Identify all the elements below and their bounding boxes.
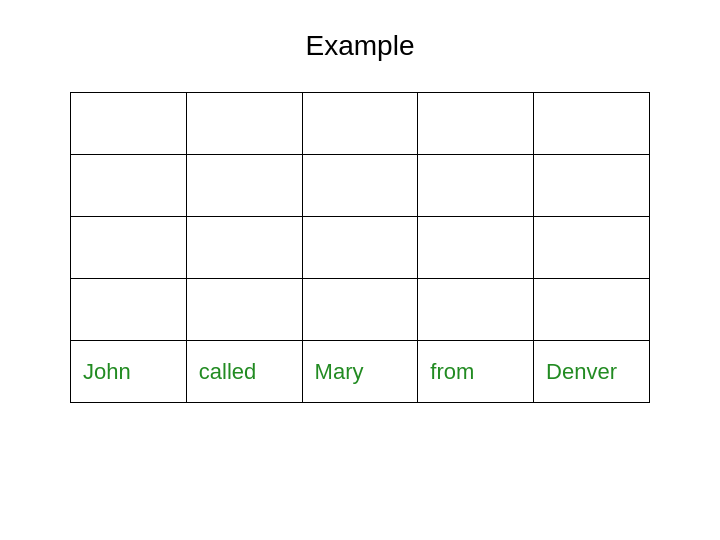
table-row — [71, 93, 650, 155]
cell-r4c1 — [71, 279, 187, 341]
cell-mary: Mary — [302, 341, 418, 403]
cell-denver: Denver — [534, 341, 650, 403]
cell-r3c1 — [71, 217, 187, 279]
cell-r3c2 — [186, 217, 302, 279]
cell-r3c4 — [418, 217, 534, 279]
cell-r4c2 — [186, 279, 302, 341]
cell-r1c3 — [302, 93, 418, 155]
cell-r2c5 — [534, 155, 650, 217]
cell-r1c1 — [71, 93, 187, 155]
cell-r3c5 — [534, 217, 650, 279]
table-row — [71, 155, 650, 217]
cell-r2c2 — [186, 155, 302, 217]
cell-r2c1 — [71, 155, 187, 217]
cell-called: called — [186, 341, 302, 403]
table-row — [71, 217, 650, 279]
cell-r1c5 — [534, 93, 650, 155]
cell-r2c3 — [302, 155, 418, 217]
cell-john: John — [71, 341, 187, 403]
table-row-words: John called Mary from Denver — [71, 341, 650, 403]
cell-r2c4 — [418, 155, 534, 217]
table-row — [71, 279, 650, 341]
cell-r1c4 — [418, 93, 534, 155]
cell-r4c5 — [534, 279, 650, 341]
cell-r4c3 — [302, 279, 418, 341]
page-title: Example — [306, 30, 415, 62]
cell-r3c3 — [302, 217, 418, 279]
cell-from: from — [418, 341, 534, 403]
cell-r4c4 — [418, 279, 534, 341]
cell-r1c2 — [186, 93, 302, 155]
example-grid: John called Mary from Denver — [70, 92, 650, 403]
